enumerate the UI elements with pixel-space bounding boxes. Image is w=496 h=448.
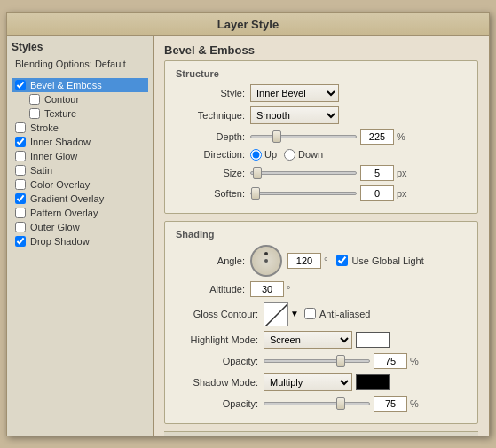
soften-unit: px	[397, 188, 407, 199]
pattern-overlay-checkbox[interactable]	[15, 208, 26, 218]
size-input[interactable]	[360, 165, 394, 181]
direction-down-radio[interactable]	[284, 149, 295, 161]
depth-row: Depth: %	[174, 129, 468, 145]
altitude-row: Altitude: °	[174, 281, 468, 297]
depth-input[interactable]	[360, 129, 394, 145]
style-item-contour[interactable]: Contour	[12, 92, 148, 106]
global-light-checkbox[interactable]	[336, 255, 348, 266]
structure-subtitle: Structure	[174, 68, 468, 79]
gradient-overlay-checkbox[interactable]	[15, 193, 26, 204]
structure-section: Structure Style: Inner Bevel Outer Bevel…	[164, 60, 478, 214]
highlight-opacity-label: Opacity:	[174, 356, 258, 366]
soften-slider[interactable]	[250, 192, 357, 195]
inner-shadow-checkbox[interactable]	[15, 137, 26, 147]
gloss-contour-preview[interactable]	[264, 302, 288, 326]
highlight-opacity-pct: %	[410, 356, 419, 366]
gloss-contour-row: Gloss Contour: ▼ Anti-aliased	[174, 302, 468, 326]
shadow-mode-select[interactable]: Multiply Normal Screen	[264, 373, 352, 391]
contour-checkbox[interactable]	[29, 94, 40, 105]
inner-shadow-label: Inner Shadow	[30, 137, 91, 147]
style-item-pattern-overlay[interactable]: Pattern Overlay	[12, 206, 148, 220]
pattern-overlay-label: Pattern Overlay	[30, 208, 98, 218]
dialog-title: Layer Style	[217, 18, 279, 31]
style-row: Style: Inner Bevel Outer Bevel Emboss Pi…	[174, 84, 468, 102]
soften-row: Soften: px	[174, 185, 468, 201]
anti-aliased-checkbox[interactable]	[304, 308, 316, 319]
global-light-label[interactable]: Use Global Light	[336, 255, 423, 266]
angle-unit: °	[324, 255, 327, 266]
color-overlay-label: Color Overlay	[30, 179, 90, 190]
style-item-texture[interactable]: Texture	[12, 106, 148, 121]
highlight-opacity-slider[interactable]	[264, 359, 370, 363]
shadow-opacity-input[interactable]	[374, 396, 407, 412]
satin-label: Satin	[30, 165, 52, 176]
highlight-mode-select[interactable]: Screen Normal Multiply	[264, 331, 352, 349]
angle-center	[264, 259, 268, 263]
drop-shadow-label: Drop Shadow	[30, 236, 90, 247]
left-panel: Styles Blending Options: Default Bevel &…	[7, 36, 154, 436]
direction-up-label[interactable]: Up	[250, 149, 277, 161]
shadow-opacity-pct: %	[410, 398, 419, 409]
shadow-mode-row: Shadow Mode: Multiply Normal Screen	[174, 373, 468, 391]
texture-checkbox[interactable]	[29, 108, 40, 119]
gloss-contour-label: Gloss Contour:	[174, 309, 258, 319]
shadow-opacity-slider[interactable]	[264, 402, 370, 405]
angle-indicator	[264, 252, 268, 255]
direction-down-label[interactable]: Down	[284, 149, 323, 161]
style-item-inner-shadow[interactable]: Inner Shadow	[12, 135, 148, 149]
style-item-satin[interactable]: Satin	[12, 163, 148, 177]
gloss-contour-svg	[264, 303, 288, 326]
bevel-emboss-label: Bevel & Emboss	[30, 80, 102, 90]
inner-glow-label: Inner Glow	[30, 151, 77, 161]
direction-label: Direction:	[174, 149, 245, 160]
bevel-emboss-title: Bevel & Emboss	[164, 43, 478, 57]
direction-radio-group: Up Down	[250, 149, 323, 161]
bevel-emboss-checkbox[interactable]	[15, 80, 26, 90]
style-item-drop-shadow[interactable]: Drop Shadow	[12, 234, 148, 248]
color-overlay-checkbox[interactable]	[15, 179, 26, 190]
highlight-color-swatch[interactable]	[356, 332, 390, 348]
technique-select[interactable]: Smooth Chisel Hard Chisel Soft	[250, 106, 339, 124]
angle-input[interactable]	[287, 253, 321, 269]
shadow-mode-label: Shadow Mode:	[174, 377, 258, 388]
style-item-bevel-emboss[interactable]: Bevel & Emboss	[12, 78, 148, 92]
style-item-stroke[interactable]: Stroke	[12, 121, 148, 135]
soften-input[interactable]	[360, 185, 394, 201]
size-slider[interactable]	[250, 171, 357, 175]
style-select[interactable]: Inner Bevel Outer Bevel Emboss Pillow Em…	[250, 84, 339, 102]
drop-shadow-checkbox[interactable]	[15, 236, 26, 247]
style-item-gradient-overlay[interactable]: Gradient Overlay	[12, 192, 148, 206]
highlight-mode-label: Highlight Mode:	[174, 334, 258, 345]
highlight-opacity-input[interactable]	[374, 353, 407, 369]
dialog-body: Styles Blending Options: Default Bevel &…	[7, 36, 489, 436]
altitude-label: Altitude:	[174, 284, 245, 295]
texture-label: Texture	[44, 108, 76, 119]
depth-slider[interactable]	[250, 135, 357, 138]
outer-glow-checkbox[interactable]	[15, 222, 26, 232]
size-unit: px	[397, 168, 407, 178]
highlight-mode-row: Highlight Mode: Screen Normal Multiply	[174, 331, 468, 349]
angle-row: Angle: ° Use Global Light	[174, 245, 468, 277]
direction-up-radio[interactable]	[250, 149, 262, 161]
angle-dial[interactable]	[250, 245, 282, 277]
style-item-outer-glow[interactable]: Outer Glow	[12, 220, 148, 234]
stroke-checkbox[interactable]	[15, 122, 26, 133]
soften-label: Soften:	[174, 188, 245, 199]
altitude-unit: °	[287, 284, 290, 295]
satin-checkbox[interactable]	[15, 165, 26, 176]
altitude-input[interactable]	[250, 281, 284, 297]
outer-glow-label: Outer Glow	[30, 222, 80, 232]
depth-label: Depth:	[174, 131, 245, 142]
style-label: Style:	[174, 88, 245, 98]
styles-title: Styles	[12, 41, 148, 53]
blend-options-label[interactable]: Blending Options: Default	[12, 57, 148, 71]
style-item-color-overlay[interactable]: Color Overlay	[12, 177, 148, 192]
size-row: Size: px	[174, 165, 468, 181]
technique-row: Technique: Smooth Chisel Hard Chisel Sof…	[174, 106, 468, 124]
inner-glow-checkbox[interactable]	[15, 151, 26, 161]
contour-dropdown-arrow[interactable]: ▼	[290, 309, 299, 318]
shadow-color-swatch[interactable]	[356, 374, 390, 390]
style-item-inner-glow[interactable]: Inner Glow	[12, 149, 148, 163]
gradient-overlay-label: Gradient Overlay	[30, 193, 104, 204]
anti-aliased-label[interactable]: Anti-aliased	[304, 308, 370, 319]
